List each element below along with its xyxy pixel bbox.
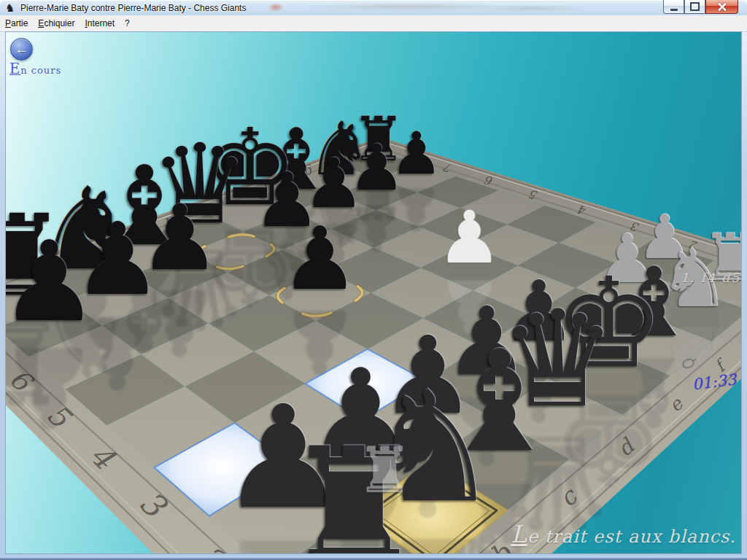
- chess-board: aabbccddeeffgghh1122334455667788: [5, 31, 742, 554]
- turn-message: Le trait est aux blancs.: [511, 521, 736, 548]
- menu-item-[interactable]: ?: [120, 15, 135, 31]
- back-button[interactable]: ←: [10, 38, 33, 61]
- board-scene: aabbccddeeffgghh1122334455667788 ♜♜♟♟♞♞♟…: [5, 31, 742, 554]
- close-icon: [718, 2, 727, 11]
- app-window: ♞ Pierre-Marie Baty contre Pierre-Marie …: [0, 0, 747, 560]
- restore-icon: [690, 2, 700, 11]
- chess-knight-icon: ♞: [5, 1, 15, 14]
- menu-bar: PartieEchiquierInternet?: [0, 15, 747, 32]
- menu-item-internet[interactable]: Internet: [80, 15, 120, 31]
- minimize-button[interactable]: [663, 0, 684, 14]
- restore-button[interactable]: [684, 0, 705, 14]
- back-arrow-icon: ←: [11, 39, 32, 60]
- window-title: Pierre-Marie Baty contre Pierre-Marie Ba…: [20, 3, 246, 13]
- window-controls: [663, 0, 738, 14]
- close-button[interactable]: [705, 0, 738, 14]
- game-viewport: aabbccddeeffgghh1122334455667788 ♜♜♟♟♞♞♟…: [5, 31, 742, 554]
- move-list: 1. f4 d5: [681, 271, 740, 285]
- minimize-icon: [670, 9, 678, 11]
- menu-item-partie[interactable]: Partie: [0, 15, 33, 31]
- game-status: En cours: [9, 61, 61, 77]
- menu-item-echiquier[interactable]: Echiquier: [33, 15, 80, 31]
- titlebar[interactable]: ♞ Pierre-Marie Baty contre Pierre-Marie …: [0, 0, 747, 15]
